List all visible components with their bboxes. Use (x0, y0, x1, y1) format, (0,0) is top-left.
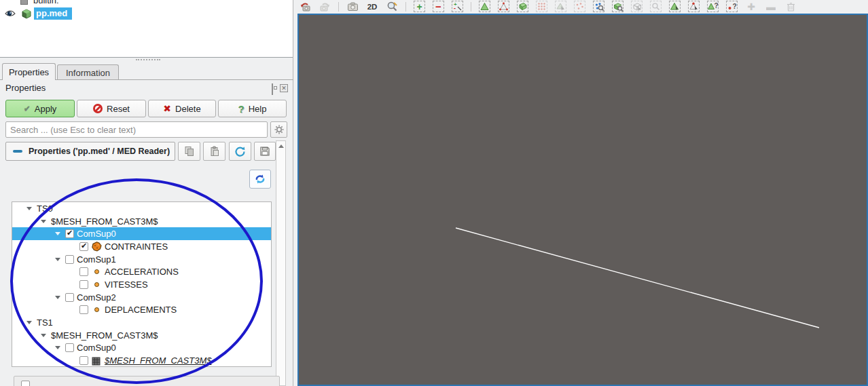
modify-selection-icon[interactable]: + - (452, 1, 463, 12)
checkbox-unchecked[interactable] (65, 343, 74, 352)
select-points-through-icon[interactable] (536, 1, 547, 12)
delete-icon: ✖ (163, 104, 171, 113)
shrink-selection-icon[interactable]: ▬ (765, 1, 777, 13)
remove-selection-icon[interactable]: − (433, 1, 444, 12)
screenshot-icon[interactable] (346, 1, 359, 13)
select-cells-on-icon[interactable] (479, 1, 490, 12)
tree-row-ts1[interactable]: TS1 (12, 316, 271, 329)
interactive-select-data-icon[interactable] (650, 1, 662, 12)
collapse-icon (13, 150, 22, 153)
scroll-up-icon[interactable] (276, 141, 285, 151)
checkbox-unchecked[interactable] (79, 305, 88, 314)
grow-selection-icon[interactable]: ✚ (745, 1, 757, 13)
tree-row-comsup0[interactable]: ComSup0 (12, 227, 271, 240)
paste-properties-icon (209, 146, 220, 157)
delete-button[interactable]: ✖ Delete (148, 100, 216, 117)
zoom-to-selection-icon[interactable] (593, 1, 604, 12)
pipeline-item-label: pp.med (34, 7, 72, 20)
render-viewport[interactable] (297, 14, 868, 386)
reset-defaults-icon (234, 146, 246, 157)
svg-text:?: ? (715, 2, 719, 9)
view-toolbar: 2D + − + - (299, 0, 797, 13)
select-cells-through-icon[interactable] (517, 1, 528, 12)
tree-row-mesh-leaf[interactable]: $MESH_FROM_CAST3M$ (12, 354, 271, 367)
splitter-handle[interactable] (136, 59, 160, 60)
pipeline-browser: builtin: pp.med (0, 0, 293, 58)
tab-properties[interactable]: Properties (2, 63, 56, 80)
tree-row-deplacements[interactable]: DEPLACEMENTS (12, 304, 271, 317)
tree-row-contraintes[interactable]: CONTRAINTES (12, 240, 271, 253)
properties-scrollbar[interactable] (276, 140, 286, 386)
hover-cells-icon[interactable]: ? (707, 1, 719, 12)
search-input[interactable] (5, 121, 268, 138)
sync-button[interactable] (249, 170, 271, 189)
block-cursor-icon[interactable] (631, 1, 643, 12)
properties-header-button[interactable]: Properties ('pp.med' / MED Reader) (5, 142, 175, 161)
checkbox-unchecked[interactable] (79, 267, 88, 276)
select-block-icon[interactable] (612, 1, 623, 12)
point-field-icon (91, 267, 102, 277)
checkbox-checked[interactable] (79, 242, 88, 251)
apply-button[interactable]: ✔ Apply (5, 100, 75, 117)
copy-properties-button[interactable] (178, 142, 200, 161)
dock-title: Properties (5, 83, 267, 93)
left-panel: builtin: pp.med Properties Information (0, 0, 293, 386)
tree-row-mesh[interactable]: $MESH_FROM_CAST3M$ (12, 215, 271, 228)
expander-icon[interactable] (55, 346, 60, 349)
tree-row-mesh2[interactable]: $MESH_FROM_CAST3M$ (12, 329, 271, 342)
checkbox-unchecked[interactable] (65, 293, 74, 302)
clear-selection-icon[interactable] (784, 1, 797, 13)
tree-row-vitesses[interactable]: VITESSES (12, 278, 271, 291)
expander-icon[interactable] (41, 334, 46, 337)
checkbox-unchecked[interactable] (79, 280, 88, 289)
checkbox-checked[interactable] (65, 229, 74, 238)
properties-header-label: Properties ('pp.med' / MED Reader) (29, 147, 170, 156)
redo-camera-icon[interactable] (319, 1, 331, 13)
apply-icon: ✔ (24, 104, 31, 113)
pipeline-item-builtin[interactable]: builtin: (20, 0, 59, 7)
close-icon[interactable]: ✕ (280, 84, 288, 92)
pipeline-item-label: builtin: (33, 0, 59, 5)
expander-icon[interactable] (26, 321, 32, 324)
expander-icon[interactable] (55, 296, 60, 299)
tree-row-accelerations[interactable]: ACCELERATIONS (12, 265, 271, 278)
undo-camera-icon[interactable] (299, 1, 311, 13)
search-options-button[interactable] (270, 121, 287, 138)
reset-defaults-button[interactable] (229, 142, 251, 161)
copy-properties-icon (184, 146, 195, 157)
float-icon[interactable] (272, 84, 280, 92)
render-area: 2D + − + - (293, 0, 868, 386)
toolbar-separator (405, 2, 406, 12)
pipeline-item-ppmed[interactable]: pp.med (0, 7, 72, 20)
paste-properties-button[interactable] (203, 142, 225, 161)
reset-button[interactable]: Reset (77, 100, 146, 117)
reset-icon (93, 104, 103, 113)
select-points-polygon-icon[interactable] (574, 1, 585, 12)
add-selection-icon[interactable]: + (414, 1, 425, 12)
tree-row-comsup0-ts1[interactable]: ComSup0 (12, 342, 271, 355)
zoom-to-data-icon[interactable] (386, 1, 398, 13)
expander-icon[interactable] (26, 207, 32, 210)
tree-row-comsup1[interactable]: ComSup1 (12, 253, 271, 266)
sync-arrows-icon (254, 174, 266, 185)
help-icon: ? (238, 103, 245, 115)
2d-mode-toggle[interactable]: 2D (366, 1, 378, 13)
save-defaults-button[interactable] (254, 142, 276, 161)
interactive-select-cells-icon[interactable] (669, 1, 681, 12)
expander-icon[interactable] (55, 232, 60, 235)
visibility-eye-icon[interactable] (0, 9, 20, 18)
tab-information[interactable]: Information (57, 64, 119, 80)
expander-icon[interactable] (41, 220, 46, 223)
help-button[interactable]: ? Help (218, 100, 287, 117)
tree-row-ts0[interactable]: TS0 (12, 202, 271, 215)
interactive-select-points-icon[interactable] (688, 1, 700, 12)
hover-points-icon[interactable]: ? (726, 1, 738, 12)
checkbox-unchecked[interactable] (79, 356, 88, 365)
expander-icon[interactable] (55, 258, 60, 261)
server-icon (20, 0, 28, 5)
tree-row-comsup2[interactable]: ComSup2 (12, 291, 271, 304)
select-cells-polygon-icon[interactable] (555, 1, 566, 12)
checkbox-unchecked[interactable] (21, 381, 30, 386)
select-points-on-icon[interactable] (498, 1, 509, 12)
checkbox-unchecked[interactable] (65, 255, 74, 264)
